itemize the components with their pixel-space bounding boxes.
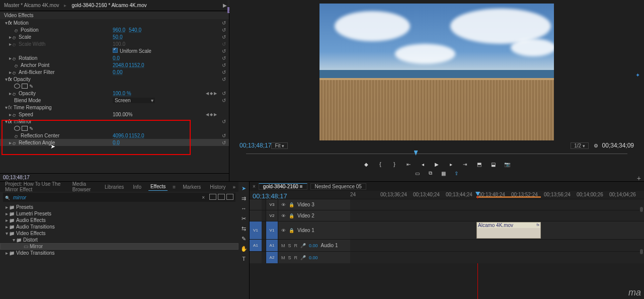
ripple-tool-icon[interactable]: ↔ [240,205,248,212]
effects-folder[interactable]: ▸Video Transitions [0,250,238,256]
lock-icon[interactable]: 🔒 [289,213,294,218]
solo-icon[interactable]: S [288,243,291,248]
solo-icon[interactable]: S [288,255,291,260]
position-x[interactable]: 960.0 [113,27,125,33]
sequence-tab[interactable]: Nested Sequence 05 [310,183,366,190]
export-frame-icon[interactable]: 📷 [504,161,511,168]
motion-header[interactable]: Motion [14,20,29,26]
time-remap-header[interactable]: Time Remapping [14,105,52,110]
track-target-v3[interactable]: V3 [266,199,278,210]
play-only-icon[interactable]: ▶ [223,3,227,8]
effects-folder[interactable]: ▸Audio Transitions [0,223,238,230]
tab-info[interactable]: Info [131,183,143,191]
stopwatch-icon[interactable] [12,112,17,116]
out-bracket-icon[interactable]: } [391,161,398,168]
voice-icon[interactable]: 🎤 [300,255,306,260]
source-patch-v1[interactable]: V1 [250,221,262,239]
panel-overflow-icon[interactable]: » [232,184,235,190]
reflection-angle-value[interactable]: 0.0 [113,140,120,145]
source-patch-a1[interactable]: A1 [250,240,262,251]
reset-icon[interactable] [222,133,226,138]
mirror-header[interactable]: Mirror [19,119,32,124]
reset-icon[interactable] [222,48,226,54]
opacity-header[interactable]: Opacity [14,77,31,82]
reset-icon[interactable] [222,34,226,40]
effects-folder[interactable]: ▸Presets [0,204,238,210]
tab-project[interactable]: Project: How To Use The Mirror Effect [3,180,65,193]
timeline-clip[interactable]: Alcamo 4K.movfx [476,222,541,239]
v-scrollbar[interactable] [640,249,643,254]
zoom-fit-select[interactable]: Fit ▾ [271,142,288,149]
effects-folder[interactable]: ▸Audio Effects [0,217,238,223]
rect-mask-icon[interactable] [22,126,28,131]
pen-mask-icon[interactable] [29,84,35,89]
stopwatch-icon[interactable] [12,91,17,95]
program-tc-left[interactable]: 00;13;48;17 [239,142,271,149]
step-back-icon[interactable]: ◂ [419,161,426,168]
effects-folder[interactable]: ▸Lumetri Presets [0,210,238,217]
speed-value[interactable]: 100.00% [113,112,132,117]
type-tool-icon[interactable]: T [240,255,248,262]
track-select-tool-icon[interactable]: ⇉ [240,195,248,202]
toggle-output-icon[interactable]: 👁 [281,213,286,218]
tab-libraries[interactable]: Libraries [103,183,126,191]
reflection-center-y[interactable]: 1152.0 [129,133,144,138]
lift-icon[interactable]: ⬒ [475,161,482,168]
ellipse-mask-icon[interactable] [14,84,20,89]
selection-tool-icon[interactable]: ➤ [240,185,248,192]
preset-badge-icons[interactable] [208,194,233,201]
ec-timecode[interactable]: 00;13;48;17 [0,173,229,181]
reset-icon[interactable] [222,27,226,33]
rotation-value[interactable]: 0.0 [113,55,120,61]
reset-icon[interactable] [222,62,226,68]
stopwatch-icon[interactable] [12,35,17,39]
program-monitor[interactable] [319,4,554,140]
track-target-a2[interactable]: A2 [266,252,278,263]
effects-search-input[interactable] [13,195,199,200]
uniform-scale-checkbox[interactable] [113,48,118,53]
hand-tool-icon[interactable]: ✋ [240,245,248,252]
stopwatch-icon[interactable] [12,140,17,144]
opacity-value[interactable]: 100.0 % [113,91,131,96]
lock-icon[interactable]: 🔒 [289,228,294,233]
reset-icon[interactable] [222,119,226,124]
in-bracket-icon[interactable]: { [377,161,384,168]
keyframe-nav[interactable]: ◀ ◆ ▶ [206,112,217,117]
add-button-icon[interactable]: + [637,174,641,182]
blendmode-select[interactable]: Screen ▾ [113,98,155,103]
extract-icon[interactable]: ⬓ [490,161,497,168]
razor-tool-icon[interactable]: ✂ [240,215,248,222]
ellipse-mask-icon[interactable] [14,126,20,131]
transform-handle-icon[interactable]: ✦ [635,72,640,79]
tab-markers[interactable]: Markers [181,183,203,191]
reset-icon[interactable] [222,55,226,61]
stopwatch-icon[interactable] [12,70,17,74]
play-icon[interactable]: ▶ [433,161,440,168]
tab-history[interactable]: History [208,183,227,191]
reset-icon[interactable] [222,20,226,26]
toggle-output-icon[interactable]: 👁 [281,202,286,207]
stopwatch-icon[interactable] [12,56,17,60]
track-target-a1[interactable]: A1 [266,240,278,251]
anchor-x[interactable]: 2048.0 [113,62,128,68]
work-area-bar[interactable] [476,196,541,198]
clear-search-icon[interactable]: × [202,195,205,200]
position-y[interactable]: 540.0 [129,27,141,33]
master-clip-tab[interactable]: Master * Alcamo 4K.mov [0,0,63,11]
reset-icon[interactable] [222,69,226,75]
mark-in-icon[interactable]: ◆ [363,161,370,168]
anchor-y[interactable]: 1152.0 [129,62,144,68]
overlay-icon[interactable]: ▦ [440,170,447,177]
reset-icon[interactable] [222,98,226,103]
safe-margins-icon[interactable]: ⧉ [427,170,434,177]
effects-folder[interactable]: ▾Video Effects [0,230,238,237]
mute-icon[interactable]: M [281,255,285,260]
effects-folder[interactable]: ▾Distort [0,237,238,243]
reset-icon[interactable] [222,77,226,82]
tab-media-browser[interactable]: Media Browser [70,180,98,193]
source-clip-tab[interactable]: gold-3840-2160 * Alcamo 4K.mov [67,0,150,11]
resolution-select[interactable]: 1/2 ▾ [571,142,588,149]
goto-out-icon[interactable]: ⇥ [461,161,468,168]
stopwatch-icon[interactable] [14,63,19,67]
scale-value[interactable]: 50.0 [113,34,122,40]
